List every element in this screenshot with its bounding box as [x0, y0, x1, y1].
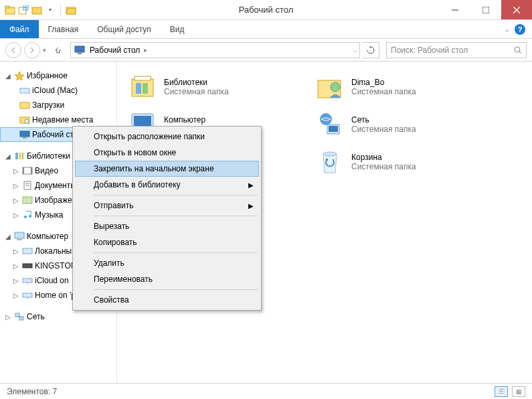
ctx-copy[interactable]: Копировать [75, 234, 259, 250]
expander-icon[interactable]: ▷ [4, 313, 12, 321]
submenu-arrow-icon: ▶ [248, 181, 254, 189]
tab-view[interactable]: Вид [161, 20, 194, 38]
separator [94, 195, 258, 195]
chevron-down-icon[interactable]: ▾ [44, 4, 56, 16]
recent-locations-icon[interactable]: ▾ [43, 47, 46, 54]
usb-icon [21, 260, 33, 271]
minimize-button[interactable] [440, 0, 470, 19]
expander-icon[interactable]: ▷ [12, 277, 20, 285]
svg-point-35 [24, 216, 27, 218]
item-user[interactable]: Dima_BoСистемная папка [311, 68, 499, 106]
svg-rect-28 [23, 167, 24, 174]
svg-rect-46 [19, 317, 23, 320]
forward-button[interactable] [24, 42, 40, 58]
svg-point-34 [25, 198, 27, 200]
folder2-icon[interactable] [31, 4, 43, 16]
search-box[interactable]: Поиск: Рабочий стол [386, 42, 527, 58]
svg-marker-17 [15, 72, 24, 80]
submenu-arrow-icon: ▶ [248, 202, 254, 210]
svg-point-53 [331, 82, 340, 92]
address-dropdown-icon[interactable]: ⌵ [353, 47, 357, 54]
tree-downloads[interactable]: Загрузки [0, 98, 116, 112]
ctx-open-location[interactable]: Открыть расположение папки [75, 129, 259, 145]
new-folder-icon[interactable] [17, 4, 29, 16]
expander-icon[interactable]: ▷ [12, 197, 20, 204]
tab-share[interactable]: Общий доступ [88, 20, 161, 38]
ctx-open-new-window[interactable]: Открыть в новом окне [75, 145, 259, 161]
item-network[interactable]: СетьСистемная папка [311, 106, 499, 143]
item-libraries[interactable]: БиблиотекиСистемная папка [124, 68, 311, 106]
title-bar: ▾ Рабочий стол [0, 0, 532, 20]
status-bar: Элементов: 7 ☰ ▦ [0, 383, 532, 399]
expander-icon[interactable]: ▷ [12, 262, 20, 270]
separator [94, 252, 258, 253]
maximize-button[interactable] [470, 0, 501, 19]
ctx-cut[interactable]: Вырезать [75, 218, 259, 234]
netdrive-icon [21, 275, 33, 286]
back-button[interactable] [5, 42, 21, 58]
expander-icon[interactable]: ▷ [12, 248, 20, 255]
svg-rect-24 [15, 153, 18, 159]
address-bar[interactable]: Рабочий стол ▸ ⌵ [70, 42, 360, 58]
svg-rect-37 [15, 232, 24, 238]
svg-rect-55 [134, 116, 151, 127]
ctx-rename[interactable]: Переименовать [75, 271, 259, 287]
breadcrumb-sep: ▸ [144, 46, 147, 54]
expander-icon[interactable]: ▷ [12, 292, 20, 299]
expander-icon[interactable]: ▷ [12, 167, 20, 175]
help-icon[interactable]: ? [515, 24, 525, 35]
star-icon [13, 70, 25, 81]
tree-network[interactable]: ▷Сеть [0, 309, 116, 324]
svg-marker-8 [66, 9, 76, 14]
close-button[interactable] [501, 0, 532, 19]
ctx-delete[interactable]: Удалить [75, 255, 259, 271]
ctx-properties[interactable]: Свойства [75, 292, 259, 308]
svg-rect-43 [23, 293, 32, 297]
window-controls [440, 0, 532, 19]
tree-recent[interactable]: Недавние места [0, 112, 116, 127]
expander-open-icon[interactable]: ◢ [4, 233, 12, 240]
svg-rect-45 [15, 313, 19, 317]
document-icon [21, 180, 33, 191]
expander-icon[interactable]: ▷ [12, 212, 20, 219]
tree-favorites[interactable]: ◢Избранное [0, 68, 116, 83]
user-folder-icon [314, 71, 346, 103]
address-location: Рабочий стол [90, 46, 140, 55]
video-icon [21, 165, 33, 176]
svg-rect-14 [78, 53, 82, 54]
svg-rect-33 [23, 197, 32, 204]
pictures-icon [21, 195, 33, 206]
expander-open-icon[interactable]: ◢ [4, 153, 12, 160]
svg-rect-40 [23, 264, 32, 268]
ctx-add-library[interactable]: Добавить в библиотеку▶ [75, 177, 259, 193]
svg-rect-41 [23, 278, 32, 283]
svg-rect-29 [31, 167, 32, 174]
item-recyclebin[interactable]: КорзинаСистемная папка [311, 143, 499, 181]
ctx-send-to[interactable]: Отправить▶ [75, 197, 259, 214]
tab-file[interactable]: Файл [0, 20, 39, 38]
ctx-pin-start[interactable]: Закрепить на начальном экране [75, 161, 259, 177]
search-icon [514, 46, 522, 54]
expander-icon[interactable]: ▷ [12, 182, 20, 189]
tab-home[interactable]: Главная [39, 20, 88, 38]
hdd-icon [21, 246, 33, 256]
svg-rect-18 [20, 88, 29, 93]
separator [94, 216, 258, 216]
svg-rect-25 [19, 153, 21, 159]
view-details-button[interactable]: ☰ [495, 386, 508, 397]
expander-open-icon[interactable]: ◢ [4, 72, 12, 80]
context-menu: Открыть расположение папки Открыть в нов… [72, 126, 262, 311]
up-button[interactable] [52, 44, 65, 57]
desktop-small-icon [19, 129, 31, 140]
tree-icloudmac[interactable]: iCloud (Mac) [0, 83, 116, 98]
svg-rect-51 [143, 83, 148, 94]
folder-open-icon[interactable] [65, 4, 77, 16]
svg-rect-49 [135, 76, 151, 80]
quick-access-toolbar: ▾ [0, 4, 77, 16]
refresh-button[interactable] [362, 42, 379, 58]
recycle-bin-icon [314, 146, 346, 178]
view-icons-button[interactable]: ▦ [512, 386, 525, 397]
network-icon [13, 311, 25, 322]
expand-ribbon-icon[interactable]: ⌵ [505, 25, 509, 33]
svg-rect-19 [20, 102, 29, 108]
